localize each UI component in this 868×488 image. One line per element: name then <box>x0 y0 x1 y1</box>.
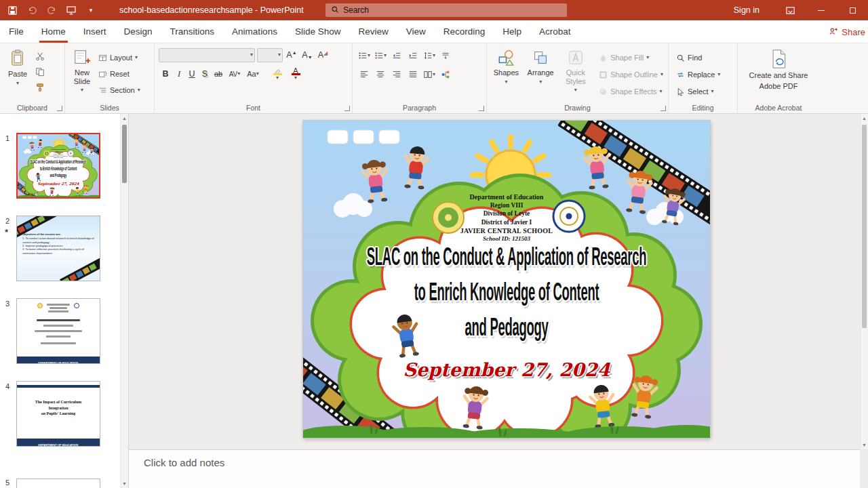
create-pdf-button[interactable]: Create and Share Adobe PDF <box>741 46 816 102</box>
align-left-button[interactable] <box>357 67 372 82</box>
line-spacing-button[interactable]: ▾ <box>422 48 437 63</box>
text-direction-button[interactable] <box>438 48 453 63</box>
replace-chevron-icon: ▾ <box>717 72 720 77</box>
slide-title-line-2[interactable]: to Enrich Knowledge of Content <box>18 165 99 171</box>
convert-smartart-button[interactable] <box>438 67 453 82</box>
tab-recording[interactable]: Recording <box>435 20 494 43</box>
scroll-up-icon[interactable]: ▲ <box>861 114 868 123</box>
shapes-icon <box>497 49 515 66</box>
thumbnail-scrollbar[interactable]: ▲ ▼ <box>120 114 128 488</box>
slideshow-icon[interactable] <box>66 5 77 16</box>
character-spacing-button[interactable]: AV▾ <box>226 66 243 81</box>
bold-button[interactable]: B <box>159 66 172 81</box>
grow-font-button[interactable]: A▲ <box>285 47 298 62</box>
arrange-button[interactable]: Arrange ▾ <box>523 46 559 102</box>
sign-in-button[interactable]: Sign in <box>719 5 774 15</box>
scroll-down-icon[interactable]: ▼ <box>861 441 868 449</box>
decrease-indent-button[interactable] <box>389 48 404 63</box>
tab-design[interactable]: Design <box>115 20 161 43</box>
scrollbar-thumb[interactable] <box>862 125 867 328</box>
placeholder-shapes[interactable] <box>22 136 37 139</box>
font-dialog-launcher-icon[interactable] <box>344 106 350 111</box>
tab-animations[interactable]: Animations <box>223 20 286 43</box>
maximize-button[interactable] <box>837 0 868 20</box>
align-right-button[interactable] <box>389 67 404 82</box>
layout-chevron-icon: ▾ <box>135 55 138 60</box>
section-button[interactable]: Section▾ <box>96 83 142 98</box>
slide-thumbnail-3[interactable]: DEPARTMENT OF EDUCATION <box>16 298 100 364</box>
school-header-textbox[interactable]: Department of Education Region VIII Divi… <box>47 148 70 159</box>
slide-thumbnail-2[interactable]: Objectives of the session are: 1. To con… <box>16 216 100 281</box>
tab-acrobat[interactable]: Acrobat <box>530 20 580 43</box>
clear-formatting-button[interactable]: A◢ <box>316 47 330 62</box>
clipboard-dialog-launcher-icon[interactable] <box>57 106 62 111</box>
quick-access-chevron-icon[interactable]: ▾ <box>85 5 96 16</box>
slide-thumbnail-5[interactable] <box>16 479 100 488</box>
paste-button[interactable]: Paste ▾ <box>3 46 33 102</box>
numbering-button[interactable]: ▾ <box>373 48 388 63</box>
scroll-up-icon[interactable]: ▲ <box>121 114 128 123</box>
format-painter-icon <box>35 83 45 92</box>
bullets-button[interactable]: ▾ <box>357 48 372 63</box>
replace-button[interactable]: Replace▾ <box>674 67 734 82</box>
cut-button[interactable] <box>33 49 47 64</box>
slide-title-line-1[interactable]: SLAC on the Conduct & Application of Res… <box>303 242 710 272</box>
font-color-button[interactable]: A ▾ <box>287 66 304 81</box>
tab-home[interactable]: Home <box>33 20 75 43</box>
align-center-button[interactable] <box>373 67 388 82</box>
justify-button[interactable] <box>406 67 420 82</box>
drawing-dialog-launcher-icon[interactable] <box>660 106 666 111</box>
new-slide-button[interactable]: New Slide ▾ <box>68 46 96 102</box>
find-button[interactable]: Find <box>674 50 734 65</box>
copy-button[interactable] <box>33 64 47 79</box>
thumbnail-2-text: Objectives of the session are: 1. To con… <box>22 232 94 255</box>
slide-date-textbox[interactable]: September 27, 2024 <box>303 359 710 380</box>
change-case-button[interactable]: Aa▾ <box>244 66 262 81</box>
slide-thumbnail-1[interactable]: Department of Education Region VIII Divi… <box>16 133 100 199</box>
share-icon <box>829 26 838 38</box>
ribbon-display-options-icon[interactable] <box>774 0 806 20</box>
slide-canvas[interactable]: Department of Education Region VIII Divi… <box>18 134 99 197</box>
strikethrough-button[interactable]: ab <box>212 66 225 81</box>
increase-indent-button[interactable] <box>406 48 420 63</box>
slide-title-line-3[interactable]: and Pedagogy <box>18 173 99 179</box>
slide-title-line-2[interactable]: to Enrich Knowledge of Content <box>303 277 710 307</box>
main-scrollbar[interactable]: ▲ ▼ <box>860 114 868 449</box>
slide-title-line-3[interactable]: and Pedagogy <box>303 312 710 342</box>
highlight-color-button[interactable]: ▾ <box>269 66 286 81</box>
shrink-font-button[interactable]: A▼ <box>300 47 314 62</box>
reset-button[interactable]: Reset <box>96 66 142 81</box>
italic-button[interactable]: I <box>173 66 185 81</box>
search-input[interactable] <box>343 5 561 15</box>
paragraph-dialog-launcher-icon[interactable] <box>479 106 484 111</box>
slide-canvas[interactable]: Department of Education Region VIII Divi… <box>303 121 710 438</box>
text-shadow-button[interactable]: S <box>199 66 211 81</box>
placeholder-shapes[interactable] <box>328 130 399 144</box>
share-button[interactable]: Share <box>822 20 868 43</box>
tab-help[interactable]: Help <box>494 20 530 43</box>
shapes-button[interactable]: Shapes ▾ <box>490 46 523 102</box>
tab-view[interactable]: View <box>397 20 435 43</box>
minimize-button[interactable] <box>806 0 837 20</box>
tab-file[interactable]: File <box>0 20 33 43</box>
slide-title-line-1[interactable]: SLAC on the Conduct & Application of Res… <box>18 159 99 165</box>
section-icon <box>98 86 107 95</box>
scroll-down-icon[interactable]: ▼ <box>121 479 128 488</box>
save-icon[interactable] <box>7 5 18 16</box>
tab-transitions[interactable]: Transitions <box>161 20 224 43</box>
slide-thumbnail-4[interactable]: The Impact of Curriculum Integration on … <box>16 381 100 447</box>
notes-pane[interactable]: Click to add notes <box>129 449 860 488</box>
columns-button[interactable]: ▾ <box>422 67 437 82</box>
select-button[interactable]: Select▾ <box>674 84 734 99</box>
scrollbar-thumb[interactable] <box>122 125 127 183</box>
slide-date-textbox[interactable]: September 27, 2024 <box>18 182 99 186</box>
layout-button[interactable]: Layout▾ <box>96 50 142 65</box>
format-painter-button[interactable] <box>33 80 47 95</box>
animation-indicator-icon[interactable]: ★ <box>4 228 9 234</box>
search-box[interactable] <box>326 3 567 17</box>
tab-review[interactable]: Review <box>349 20 397 43</box>
tab-insert[interactable]: Insert <box>75 20 115 43</box>
underline-button[interactable]: U <box>186 66 198 81</box>
tab-slideshow[interactable]: Slide Show <box>286 20 350 43</box>
school-header-textbox[interactable]: Department of Education Region VIII Divi… <box>449 192 564 243</box>
